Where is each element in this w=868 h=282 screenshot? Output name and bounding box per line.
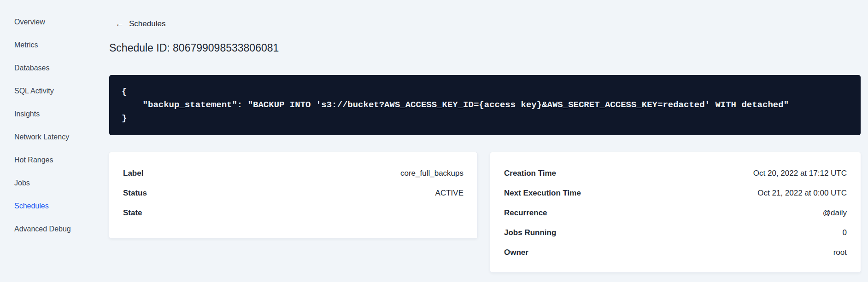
detail-row-label: Recurrence: [504, 208, 547, 218]
schedule-details-card: Labelcore_full_backupsStatusACTIVEState: [109, 152, 478, 239]
detail-row-value: Oct 20, 2022 at 17:12 UTC: [753, 169, 847, 178]
sidebar-item-insights[interactable]: Insights: [14, 109, 109, 132]
sidebar-item-metrics[interactable]: Metrics: [14, 40, 109, 63]
timing-card-rows: Creation TimeOct 20, 2022 at 17:12 UTCNe…: [504, 163, 847, 262]
detail-row-value: ACTIVE: [435, 189, 463, 198]
sidebar-item-schedules[interactable]: Schedules: [14, 201, 109, 224]
sidebar-item-databases[interactable]: Databases: [14, 63, 109, 86]
sidebar-item-advanced-debug[interactable]: Advanced Debug: [14, 224, 109, 247]
sidebar-item-hot-ranges[interactable]: Hot Ranges: [14, 155, 109, 178]
sidebar-nav-list: OverviewMetricsDatabasesSQL ActivityInsi…: [0, 0, 109, 247]
page-title: Schedule ID: 806799098533806081: [109, 41, 279, 54]
details-card-rows: Labelcore_full_backupsStatusACTIVEState: [123, 163, 463, 223]
detail-row-label: Labelcore_full_backups: [123, 163, 463, 183]
detail-row-creation-time: Creation TimeOct 20, 2022 at 17:12 UTC: [504, 163, 847, 183]
detail-row-recurrence: Recurrence@daily: [504, 203, 847, 223]
back-to-schedules-link[interactable]: ← Schedules: [115, 19, 165, 29]
detail-row-owner: Ownerroot: [504, 242, 847, 262]
detail-row-value: core_full_backups: [400, 169, 463, 178]
sidebar-item-overview[interactable]: Overview: [14, 17, 109, 40]
detail-row-value: 0: [843, 228, 847, 237]
schedule-json-text: { "backup_statement": "BACKUP INTO 's3:/…: [122, 85, 848, 125]
detail-row-label: Status: [123, 189, 147, 198]
detail-row-value: root: [833, 248, 847, 257]
detail-row-value: @daily: [823, 208, 847, 218]
detail-row-label: State: [123, 208, 142, 218]
back-arrow-icon: ←: [115, 19, 124, 29]
schedule-timing-card: Creation TimeOct 20, 2022 at 17:12 UTCNe…: [490, 152, 861, 273]
detail-row-label: Next Execution Time: [504, 189, 581, 198]
sidebar-item-sql-activity[interactable]: SQL Activity: [14, 86, 109, 109]
detail-row-label: Jobs Running: [504, 228, 556, 237]
detail-row-status: StatusACTIVE: [123, 183, 463, 203]
detail-row-next-execution-time: Next Execution TimeOct 21, 2022 at 0:00 …: [504, 183, 847, 203]
detail-row-value: Oct 21, 2022 at 0:00 UTC: [757, 189, 847, 198]
detail-row-label: Creation Time: [504, 169, 556, 178]
schedule-details-page: { "sidebar": { "items": [ { "label": "Ov…: [0, 0, 868, 282]
detail-row-jobs-running: Jobs Running0: [504, 223, 847, 242]
schedule-definition-code-block: { "backup_statement": "BACKUP INTO 's3:/…: [109, 75, 861, 135]
sidebar-item-network-latency[interactable]: Network Latency: [14, 132, 109, 155]
sidebar-item-jobs[interactable]: Jobs: [14, 178, 109, 201]
detail-row-label: Owner: [504, 248, 528, 257]
sidebar: OverviewMetricsDatabasesSQL ActivityInsi…: [0, 0, 109, 282]
detail-row-label: Label: [123, 169, 143, 178]
back-link-label: Schedules: [129, 19, 165, 29]
detail-row-state: State: [123, 203, 463, 223]
